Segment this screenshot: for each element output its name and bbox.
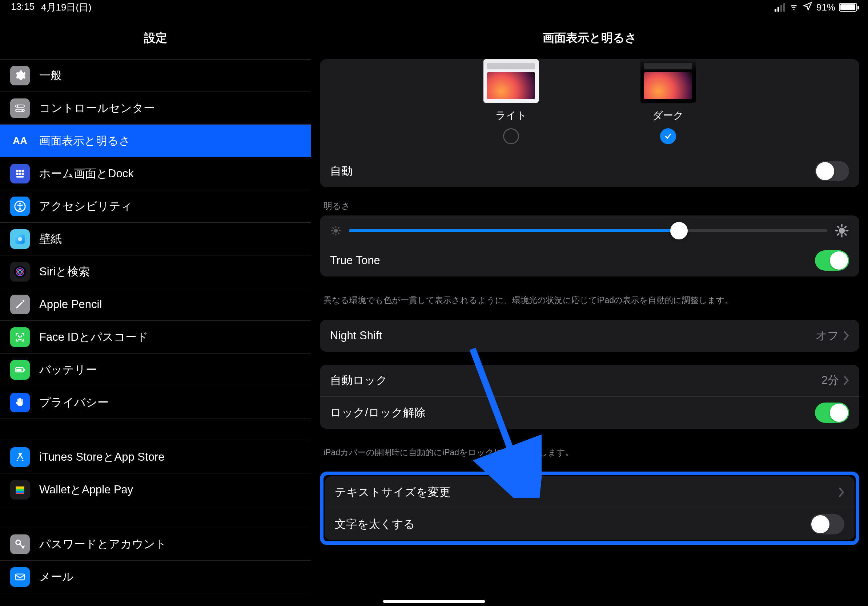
auto-toggle[interactable]: [815, 161, 849, 181]
sidebar-item-apple-pencil[interactable]: Apple Pencil: [0, 288, 311, 321]
sidebar-item-label: iTunes StoreとApp Store: [39, 450, 164, 465]
text-size-label: テキストサイズを変更: [335, 485, 839, 500]
sun-small-icon: [330, 225, 342, 237]
brightness-slider[interactable]: [349, 229, 827, 232]
auto-label: 自動: [330, 164, 815, 179]
sidebar-item-label: Face IDとパスコード: [39, 329, 148, 345]
appearance-dark-option[interactable]: ダーク: [640, 59, 696, 144]
sidebar-item-label: Apple Pencil: [39, 298, 102, 311]
lock-unlock-label: ロック/ロック解除: [330, 405, 815, 420]
sidebar-item-label: メール: [39, 569, 74, 584]
sidebar-item-general[interactable]: 一般: [0, 59, 311, 92]
sidebar-item-label: 一般: [39, 68, 62, 83]
pencil-icon: [10, 295, 30, 314]
night-shift-group: Night Shift オフ: [320, 320, 859, 352]
status-time: 13:15: [11, 1, 34, 14]
true-tone-footer: 異なる環境でも色が一貫して表示されるように、環境光の状況に応じてiPadの表示を…: [320, 289, 859, 307]
appstore-icon: [10, 447, 30, 467]
status-date: 4月19日(日): [41, 1, 91, 14]
appearance-group: ライト ダーク 自動: [320, 59, 859, 187]
brightness-slider-row[interactable]: [320, 215, 859, 244]
text-size-row[interactable]: テキストサイズを変更: [325, 476, 854, 508]
status-bar: 13:15 4月19日(日) 91%: [0, 0, 868, 14]
sidebar-item-faceid[interactable]: Face IDとパスコード: [0, 321, 311, 354]
svg-rect-27: [16, 493, 24, 494]
sidebar-item-wallet[interactable]: WalletとApple Pay: [0, 473, 311, 506]
sidebar-item-battery[interactable]: バッテリー: [0, 354, 311, 386]
sidebar-item-wallpaper[interactable]: 壁紙: [0, 223, 311, 255]
annotation-highlight: テキストサイズを変更 文字を太くする: [320, 472, 859, 545]
text-size-icon: AA: [10, 131, 30, 151]
light-preview-icon: [484, 59, 539, 103]
battery-icon: [10, 360, 30, 380]
svg-rect-24: [16, 487, 24, 489]
brightness-group: True Tone: [320, 215, 859, 277]
auto-lock-label: 自動ロック: [330, 373, 822, 388]
sidebar-item-accessibility[interactable]: アクセシビリティ: [0, 190, 311, 223]
dark-preview-icon: [640, 59, 696, 103]
svg-rect-9: [22, 173, 23, 175]
svg-point-3: [22, 109, 23, 111]
svg-rect-29: [16, 574, 24, 580]
wallpaper-icon: [10, 229, 30, 249]
auto-lock-value: 2分: [822, 373, 839, 388]
sidebar-title: 設定: [0, 16, 311, 59]
auto-appearance-row[interactable]: 自動: [320, 155, 859, 187]
brightness-header: 明るさ: [320, 200, 859, 215]
sidebar-item-label: アクセシビリティ: [39, 199, 132, 214]
svg-rect-5: [19, 170, 22, 172]
sidebar-item-appstore[interactable]: iTunes StoreとApp Store: [0, 441, 311, 473]
bold-text-toggle[interactable]: [810, 514, 845, 535]
svg-rect-10: [16, 176, 23, 177]
privacy-hand-icon: [10, 393, 30, 412]
svg-point-14: [18, 237, 22, 241]
sidebar-item-control-center[interactable]: コントロールセンター: [0, 92, 311, 125]
svg-rect-22: [24, 369, 25, 371]
sidebar-item-label: バッテリー: [39, 362, 97, 377]
true-tone-label: True Tone: [330, 254, 815, 267]
true-tone-toggle[interactable]: [815, 250, 849, 271]
sidebar-section-accounts: パスワードとアカウント メール: [0, 528, 311, 593]
night-shift-row[interactable]: Night Shift オフ: [320, 320, 859, 352]
sidebar-section-store: iTunes StoreとApp Store WalletとApple Pay: [0, 441, 311, 506]
text-group: テキストサイズを変更 文字を太くする: [325, 476, 854, 540]
true-tone-row[interactable]: True Tone: [320, 244, 859, 277]
radio-checked-icon[interactable]: [660, 128, 676, 144]
sun-large-icon: [835, 223, 849, 238]
sidebar-item-passwords[interactable]: パスワードとアカウント: [0, 528, 311, 561]
siri-icon: [10, 262, 30, 281]
lock-unlock-toggle[interactable]: [815, 402, 849, 423]
radio-unchecked-icon[interactable]: [503, 128, 519, 144]
svg-rect-6: [22, 170, 23, 172]
night-shift-label: Night Shift: [330, 329, 816, 342]
svg-rect-4: [16, 170, 19, 172]
sidebar-item-siri[interactable]: Siriと検索: [0, 255, 311, 288]
bold-text-label: 文字を太くする: [335, 516, 810, 532]
cellular-signal-icon: [775, 3, 785, 12]
auto-lock-row[interactable]: 自動ロック 2分: [320, 365, 859, 397]
appearance-light-label: ライト: [484, 109, 539, 122]
svg-point-30: [334, 229, 338, 233]
home-indicator[interactable]: [383, 600, 485, 603]
battery-icon: [839, 3, 857, 12]
lock-unlock-footer: iPadカバーの開閉時に自動的にiPadをロック/ロック解除します。: [320, 442, 859, 459]
bold-text-row[interactable]: 文字を太くする: [325, 508, 854, 540]
lock-unlock-row[interactable]: ロック/ロック解除: [320, 397, 859, 429]
svg-point-20: [21, 336, 22, 336]
sidebar-item-mail[interactable]: メール: [0, 561, 311, 593]
svg-rect-7: [16, 173, 19, 175]
accessibility-icon: [10, 196, 30, 216]
svg-point-19: [18, 336, 19, 336]
chevron-right-icon: [843, 375, 849, 385]
svg-rect-8: [19, 173, 22, 175]
night-shift-value: オフ: [816, 328, 839, 343]
appearance-light-option[interactable]: ライト: [484, 59, 539, 144]
battery-percent: 91%: [816, 2, 835, 13]
sidebar-item-privacy[interactable]: プライバシー: [0, 386, 311, 419]
sidebar-item-home-dock[interactable]: ホーム画面とDock: [0, 157, 311, 190]
chevron-right-icon: [843, 331, 849, 341]
lock-group: 自動ロック 2分 ロック/ロック解除: [320, 365, 859, 429]
faceid-icon: [10, 327, 30, 347]
sidebar-item-label: プライバシー: [39, 395, 108, 410]
sidebar-item-display-brightness[interactable]: AA 画面表示と明るさ: [0, 125, 311, 157]
